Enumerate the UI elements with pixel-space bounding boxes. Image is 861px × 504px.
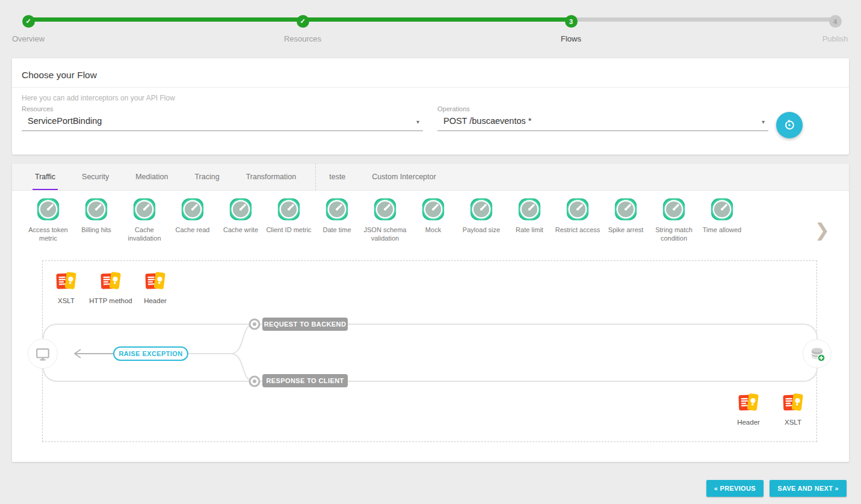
tab-label: Tracing [194, 173, 219, 181]
flow-interceptor-item[interactable]: XSLT [44, 269, 88, 304]
operations-label: Operations [437, 105, 768, 112]
step-label: Flows [529, 34, 613, 43]
resources-select[interactable]: Resources ServicePortBinding ▾ [22, 105, 423, 131]
interceptor-tab[interactable]: Tracing [181, 164, 232, 190]
raise-exception-button[interactable]: RAISE EXCEPTION [113, 346, 188, 361]
interceptor-palette: Access token metric Billing hits [12, 191, 849, 257]
flow-interceptor-label: HTTP method [88, 297, 133, 304]
interceptor-tab[interactable]: Security [69, 164, 122, 190]
step-glyph: ✓ [25, 17, 31, 25]
step-label: Resources [261, 34, 345, 43]
wizard-footer: « PREVIOUS SAVE AND NEXT » [703, 480, 847, 497]
interceptor-label: String match condition [650, 226, 698, 243]
request-flow-node[interactable] [250, 319, 259, 329]
flow-interceptor-item[interactable]: XSLT [771, 391, 815, 426]
gauge-icon [84, 197, 109, 222]
save-and-next-button[interactable]: SAVE AND NEXT » [770, 480, 847, 497]
flow-interceptor-item[interactable]: Header [726, 391, 771, 426]
gauge-icon [613, 197, 638, 222]
interceptor-item[interactable]: Rate limit [505, 197, 554, 257]
interceptor-item[interactable]: JSON schema validation [361, 197, 409, 257]
interceptor-label: Restrict access [554, 226, 602, 234]
interceptor-label: Payload size [457, 226, 505, 234]
stepper-step: 4 Publish [793, 15, 861, 43]
interceptor-label: Client ID metric [265, 226, 313, 234]
interceptor-label: Cache write [217, 226, 265, 234]
step-circle[interactable]: ✓ [297, 15, 309, 28]
flow-interceptor-item[interactable]: Header [133, 269, 177, 304]
interceptor-tab[interactable]: Traffic [22, 164, 69, 190]
step-circle[interactable]: 4 [829, 15, 842, 28]
interceptor-item[interactable]: Time allowed [698, 197, 746, 257]
gauge-icon [35, 197, 61, 222]
interceptors-panel: Traffic Security Mediation Tracing Trans… [12, 164, 849, 462]
interceptor-item[interactable]: Payload size [457, 197, 505, 257]
interceptor-item[interactable]: Mock [409, 197, 457, 257]
operations-value: POST /buscaeventos * [437, 112, 768, 126]
gauge-icon [565, 197, 590, 222]
interceptor-tab[interactable]: Mediation [122, 164, 181, 190]
gauge-icon [372, 197, 398, 222]
stepper-step: ✓ Resources [261, 15, 345, 43]
gauge-icon [517, 197, 542, 222]
tab-label: Mediation [135, 173, 168, 181]
response-to-client-label: RESPONSE TO CLIENT [262, 374, 348, 387]
previous-button[interactable]: « PREVIOUS [706, 480, 764, 497]
add-backend-icon [818, 354, 825, 361]
tab-label: Transformation [246, 173, 297, 181]
interceptor-item[interactable]: Access token metric [24, 197, 72, 257]
operations-select[interactable]: Operations POST /buscaeventos * ▾ [437, 105, 768, 131]
interceptor-item[interactable]: Spike arrest [602, 197, 650, 257]
interceptor-tab[interactable]: Transformation [233, 164, 310, 190]
interceptor-item[interactable]: Cache write [217, 197, 265, 257]
transformation-doc-icon [737, 391, 760, 414]
interceptor-item[interactable]: Billing hits [72, 197, 120, 257]
interceptor-label: Mock [409, 226, 457, 234]
request-to-backend-label: REQUEST TO BACKEND [262, 318, 348, 331]
flow-canvas[interactable]: XSLT [42, 260, 817, 442]
dropdown-caret-icon[interactable]: ▾ [762, 118, 765, 125]
step-glyph: ✓ [300, 17, 305, 25]
gauge-icon [132, 197, 157, 222]
interceptor-label: JSON schema validation [361, 226, 409, 243]
interceptor-label: Cache invalidation [120, 226, 168, 243]
interceptor-label: Spike arrest [602, 226, 650, 234]
interceptor-item[interactable]: String match condition [650, 197, 698, 257]
tab-label: teste [329, 173, 345, 181]
reload-flow-button[interactable] [776, 112, 803, 138]
chevron-right-icon[interactable]: ❯ [815, 220, 830, 241]
interceptor-tab[interactable]: Custom Interceptor [359, 164, 449, 190]
flow-interceptor-label: XSLT [44, 297, 88, 304]
step-circle[interactable]: ✓ [22, 15, 35, 28]
card-title: Choose your Flow [12, 58, 849, 87]
interceptor-item[interactable]: Cache invalidation [120, 197, 168, 257]
transformation-doc-icon [782, 391, 804, 414]
interceptor-list: Access token metric Billing hits [24, 197, 746, 257]
gauge-icon [709, 197, 735, 222]
interceptor-item[interactable]: Date time [313, 197, 361, 257]
step-circle[interactable]: 3 [565, 15, 578, 28]
response-flow-interceptors: Header [726, 391, 815, 426]
transformation-doc-icon [144, 269, 167, 292]
interceptor-label: Cache read [168, 226, 217, 234]
dropdown-caret-icon[interactable]: ▾ [416, 118, 419, 125]
history-restore-icon [782, 118, 797, 132]
gauge-icon [324, 197, 350, 222]
step-label: Overview [0, 34, 70, 43]
interceptor-item[interactable]: Cache read [168, 197, 217, 257]
response-flow-node[interactable] [250, 376, 259, 386]
step-glyph: 3 [569, 18, 573, 25]
backend-endpoint[interactable] [803, 339, 832, 368]
client-endpoint[interactable] [28, 339, 58, 369]
stepper-step: 3 Flows [529, 15, 613, 43]
gauge-icon [421, 197, 446, 222]
interceptor-item[interactable]: Restrict access [554, 197, 602, 257]
flow-interceptor-item[interactable]: HTTP method [88, 269, 133, 304]
request-flow-interceptors: XSLT [44, 269, 177, 304]
choose-flow-card: Choose your Flow Here you can add interc… [12, 58, 849, 155]
interceptor-tab[interactable]: teste [315, 164, 359, 190]
flow-interceptor-label: Header [133, 297, 177, 304]
interceptor-item[interactable]: Client ID metric [265, 197, 313, 257]
tab-label: Security [82, 173, 109, 181]
database-icon [809, 345, 826, 362]
